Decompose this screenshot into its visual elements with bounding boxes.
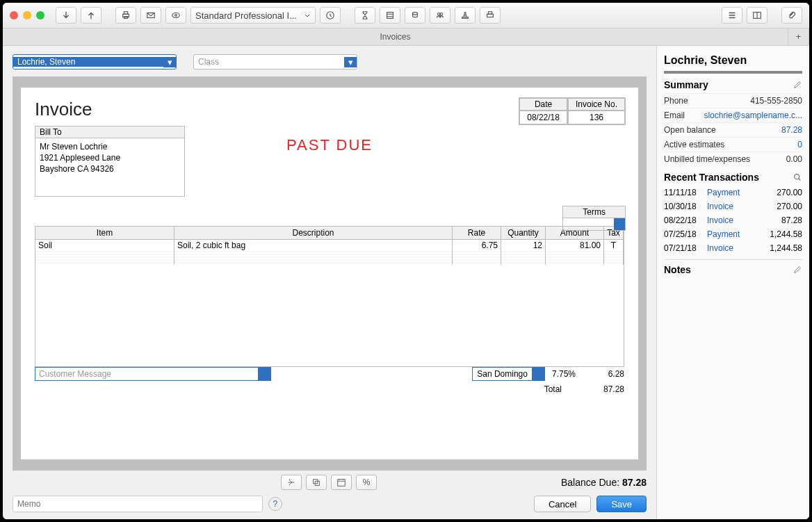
balance-value: 87.28 — [622, 477, 647, 488]
grid-header: Item Description Rate Quantity Amount Ta… — [35, 227, 624, 240]
notes-heading: Notes — [664, 264, 691, 275]
transaction-link[interactable]: Payment — [707, 229, 761, 239]
minimize-window-icon[interactable] — [23, 11, 31, 19]
prev-button[interactable] — [56, 7, 76, 24]
transaction-link[interactable]: Invoice — [707, 202, 761, 211]
balance-label: Balance Due: — [561, 477, 619, 488]
transaction-row: 07/25/18Payment1,244.58 — [664, 227, 802, 241]
openbal-value[interactable]: 87.28 — [781, 125, 802, 135]
print-button[interactable] — [115, 7, 136, 24]
attachment-button[interactable] — [781, 7, 802, 24]
chevron-down-icon — [614, 218, 625, 230]
class-select[interactable]: Class ▾ — [193, 54, 357, 70]
svg-point-4 — [172, 13, 180, 18]
chevron-down-icon — [304, 12, 311, 19]
svg-point-18 — [795, 174, 799, 179]
customer-name: Lochrie, Steven — [664, 54, 802, 67]
pending-button[interactable] — [320, 7, 341, 24]
memo-field[interactable] — [13, 496, 263, 512]
billto-box: Bill To Mr Steven Lochrie 1921 Appleseed… — [35, 126, 185, 197]
phone-label: Phone — [664, 96, 750, 106]
template-label: Standard Professional I... — [195, 10, 297, 21]
svg-rect-13 — [488, 12, 492, 15]
table-row[interactable] — [35, 263, 624, 265]
tab-invoices[interactable]: Invoices — [3, 28, 788, 45]
svg-rect-17 — [338, 480, 346, 487]
col-quantity: Quantity — [501, 227, 546, 240]
customer-panel: Lochrie, Steven Summary Phone415-555-285… — [656, 46, 809, 519]
date-field[interactable]: 08/22/18 — [519, 111, 567, 124]
active-est-value[interactable]: 0 — [797, 140, 802, 149]
chevron-down-icon: ▾ — [344, 57, 357, 67]
preview-button[interactable] — [165, 7, 186, 24]
openbal-label: Open balance — [664, 125, 781, 135]
tax-name: San Domingo — [473, 369, 532, 379]
chevron-down-icon — [532, 368, 544, 380]
search-icon[interactable] — [793, 172, 802, 182]
billto-label: Bill To — [35, 127, 184, 138]
summary-heading: Summary — [664, 79, 708, 90]
svg-rect-7 — [387, 13, 393, 19]
invoiceno-field[interactable]: 136 — [568, 111, 625, 124]
chevron-down-icon — [258, 368, 270, 380]
tax-rate: 7.75% — [552, 369, 576, 379]
split-button[interactable] — [281, 475, 302, 490]
unbilled-label: Unbilled time/expenses — [664, 154, 786, 164]
transaction-row: 07/21/18Invoice1,244.58 — [664, 241, 802, 255]
view-split-button[interactable] — [747, 7, 768, 24]
line-items-grid: Item Description Rate Quantity Amount Ta… — [35, 226, 624, 367]
next-button[interactable] — [81, 7, 102, 24]
total-value: 87.28 — [583, 384, 624, 394]
zoom-window-icon[interactable] — [36, 11, 44, 19]
terms-label: Terms — [562, 206, 626, 218]
main-toolbar: Standard Professional I... — [3, 3, 809, 28]
billto-address[interactable]: Mr Steven Lochrie 1921 Appleseed Lane Ba… — [35, 138, 184, 196]
total-label: Total — [544, 384, 562, 394]
help-button[interactable]: ? — [268, 497, 282, 511]
cancel-button[interactable]: Cancel — [534, 496, 591, 512]
transaction-link[interactable]: Invoice — [707, 243, 761, 253]
transaction-row: 10/30/18Invoice270.00 — [664, 199, 802, 213]
active-est-label: Active estimates — [664, 140, 797, 149]
transaction-link[interactable]: Payment — [707, 188, 761, 197]
view-list-button[interactable] — [722, 7, 742, 24]
col-description: Description — [174, 227, 453, 240]
customers-button[interactable] — [430, 7, 450, 24]
svg-point-10 — [440, 13, 443, 16]
col-rate: Rate — [453, 227, 501, 240]
payment-button[interactable] — [405, 7, 425, 24]
file-button[interactable] — [380, 7, 400, 24]
terms-select[interactable] — [562, 218, 626, 231]
date-label: Date — [519, 98, 567, 111]
table-row[interactable]: Soil Soil, 2 cubic ft bag 6.75 12 81.00 … — [35, 240, 624, 251]
svg-point-5 — [175, 15, 177, 17]
window-controls — [10, 11, 44, 19]
printer2-button[interactable] — [480, 7, 501, 24]
close-window-icon[interactable] — [10, 11, 18, 19]
transaction-link[interactable]: Invoice — [707, 215, 761, 225]
customer-message-placeholder: Customer Message — [35, 369, 258, 379]
pencil-icon[interactable] — [793, 80, 802, 90]
save-button[interactable]: Save — [596, 496, 647, 512]
tax-select[interactable]: San Domingo — [472, 367, 545, 381]
transaction-row: 08/22/18Invoice87.28 — [664, 213, 802, 227]
email-label: Email — [664, 111, 704, 120]
email-value[interactable]: slochrie@samplename.c... — [704, 111, 802, 120]
new-tab-button[interactable]: + — [788, 28, 809, 45]
customer-select[interactable]: Lochrie, Steven ▾ — [13, 54, 177, 70]
customer-value: Lochrie, Steven — [13, 57, 163, 67]
tab-bar: Invoices + — [3, 28, 809, 46]
recent-heading: Recent Transactions — [664, 172, 759, 183]
invoiceno-box: Invoice No. 136 — [567, 97, 626, 125]
template-select[interactable]: Standard Professional I... — [190, 7, 316, 24]
calendar-button[interactable] — [331, 475, 352, 490]
customer-message-select[interactable]: Customer Message — [35, 367, 271, 381]
percent-button[interactable]: % — [356, 475, 377, 490]
email-button[interactable] — [140, 7, 161, 24]
chevron-down-icon: ▾ — [163, 57, 176, 67]
copy-button[interactable] — [306, 475, 327, 490]
pencil-icon[interactable] — [793, 265, 802, 275]
unbilled-value: 0.00 — [786, 154, 802, 164]
hourglass-button[interactable] — [355, 7, 375, 24]
stamp-button[interactable] — [455, 7, 476, 24]
